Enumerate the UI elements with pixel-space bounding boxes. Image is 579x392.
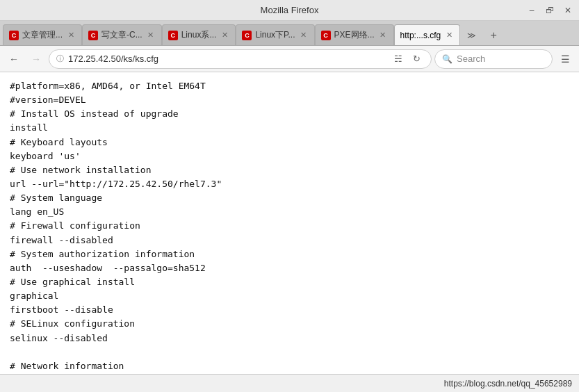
tab-favicon-2: C xyxy=(88,31,98,40)
restore-button[interactable]: 🗗 xyxy=(544,5,555,16)
new-tab-button[interactable]: + xyxy=(484,26,503,45)
tab-close-6[interactable]: ✕ xyxy=(444,31,454,40)
address-bar[interactable]: ⓘ 172.25.42.50/ks/ks.cfg ☵ ↻ xyxy=(49,49,432,69)
tab-favicon-1: C xyxy=(9,31,19,40)
tab-1[interactable]: C 文章管理... ✕ xyxy=(3,24,82,45)
tab-favicon-3: C xyxy=(168,31,178,40)
reader-view-button[interactable]: ☵ xyxy=(391,51,406,67)
tab-close-5[interactable]: ✕ xyxy=(378,31,388,40)
close-button[interactable]: ✕ xyxy=(562,5,573,16)
hamburger-menu-button[interactable]: ☰ xyxy=(555,49,575,69)
nav-bar: ← → ⓘ 172.25.42.50/ks/ks.cfg ☵ ↻ 🔍 Searc… xyxy=(0,46,579,72)
address-actions: ☵ ↻ xyxy=(391,51,424,67)
tab-favicon-5: C xyxy=(321,31,331,40)
tab-label-2: 写文章-C... xyxy=(101,29,142,41)
window-title: Mozilla Firefox xyxy=(261,5,319,15)
forward-button[interactable]: → xyxy=(26,49,46,69)
info-icon: ⓘ xyxy=(56,54,64,64)
tab-2[interactable]: C 写文章-C... ✕ xyxy=(82,24,162,45)
tab-label-4: Linux下P... xyxy=(255,29,295,41)
address-text: 172.25.42.50/ks/ks.cfg xyxy=(68,54,158,64)
tab-close-2[interactable]: ✕ xyxy=(146,31,156,40)
tab-label-1: 文章管理... xyxy=(22,29,63,41)
tab-6[interactable]: http:...s.cfg ✕ xyxy=(394,24,461,45)
search-box[interactable]: 🔍 Search xyxy=(434,49,553,69)
title-bar: Mozilla Firefox – 🗗 ✕ xyxy=(0,0,579,21)
tab-overflow-button[interactable]: ≫ xyxy=(462,26,481,45)
tab-label-5: PXE网络... xyxy=(334,29,375,41)
tab-bar: C 文章管理... ✕ C 写文章-C... ✕ C Linux系... ✕ C… xyxy=(0,21,579,46)
tab-3[interactable]: C Linux系... ✕ xyxy=(162,24,236,45)
tab-5[interactable]: C PXE网络... ✕ xyxy=(315,24,394,45)
tab-close-1[interactable]: ✕ xyxy=(66,31,76,40)
window-controls: – 🗗 ✕ xyxy=(526,5,573,16)
minimize-button[interactable]: – xyxy=(526,5,537,16)
content-area[interactable]: #platform=x86, AMD64, or Intel EM64T #ve… xyxy=(0,72,579,374)
reload-button[interactable]: ↻ xyxy=(409,51,424,67)
tab-close-4[interactable]: ✕ xyxy=(299,31,309,40)
file-content: #platform=x86, AMD64, or Intel EM64T #ve… xyxy=(10,79,569,374)
back-button[interactable]: ← xyxy=(4,49,24,69)
tab-label-6: http:...s.cfg xyxy=(400,31,441,40)
status-url: https://blog.csdn.net/qq_45652989 xyxy=(444,379,572,389)
search-placeholder: Search xyxy=(457,54,485,64)
tab-label-3: Linux系... xyxy=(181,29,217,41)
tab-close-3[interactable]: ✕ xyxy=(220,31,229,40)
status-bar: https://blog.csdn.net/qq_45652989 xyxy=(0,374,579,392)
tab-4[interactable]: C Linux下P... ✕ xyxy=(236,24,314,45)
tab-favicon-4: C xyxy=(242,31,252,40)
search-icon: 🔍 xyxy=(442,54,452,64)
